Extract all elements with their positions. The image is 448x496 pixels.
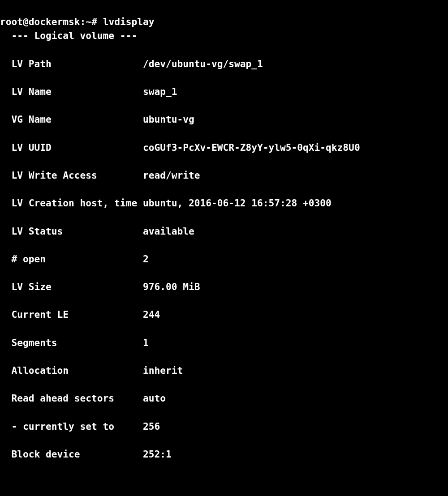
field-label: Allocation (0, 365, 143, 376)
lv-field: LV Creation host, time ubuntu, 2016-06-1… (0, 196, 448, 210)
blank-line (0, 475, 448, 489)
field-value: 252:1 (143, 449, 172, 460)
field-label: LV Write Access (0, 170, 143, 181)
lv-field: LV UUID coGUf3-PcXv-EWCR-Z8yY-ylw5-0qXi-… (0, 141, 448, 154)
terminal-output[interactable]: root@dockermsk:~# lvdisplay --- Logical … (0, 0, 448, 496)
field-label: LV UUID (0, 142, 143, 153)
field-value: 2 (143, 253, 149, 265)
field-label: LV Path (0, 58, 143, 69)
field-label: Current LE (0, 309, 143, 320)
lv-field: LV Status available (0, 224, 448, 238)
lv-field: Read ahead sectors auto (0, 391, 448, 405)
prompt-command: lvdisplay (103, 16, 155, 27)
field-label: LV Creation host, time (0, 197, 143, 209)
lv-field: Current LE 244 (0, 308, 448, 321)
field-value: auto (143, 393, 166, 404)
field-label: LV Name (0, 86, 143, 97)
field-value: coGUf3-PcXv-EWCR-Z8yY-ylw5-0qXi-qkz8U0 (143, 142, 360, 153)
field-value: 1 (143, 337, 149, 348)
lv-header: --- Logical volume --- (0, 29, 448, 43)
lv-field: LV Size 976.00 MiB (0, 280, 448, 294)
field-value: ubuntu-vg (143, 114, 194, 125)
field-value: available (143, 226, 194, 237)
field-value: ubuntu, 2016-06-12 16:57:28 +0300 (143, 197, 332, 209)
field-value: /dev/ubuntu-vg/swap_1 (143, 58, 263, 69)
field-label: Block device (0, 449, 143, 460)
lv-field: LV Write Access read/write (0, 168, 448, 182)
shell-prompt: root@dockermsk:~# lvdisplay (0, 16, 154, 27)
field-value: 244 (143, 309, 160, 320)
prompt-cwd: ~ (86, 16, 91, 27)
field-value: read/write (143, 170, 200, 181)
field-label: # open (0, 253, 143, 265)
lv-field: VG Name ubuntu-vg (0, 112, 448, 126)
field-label: VG Name (0, 114, 143, 125)
lv-field: LV Name swap_1 (0, 85, 448, 98)
lv-field: Block device 252:1 (0, 447, 448, 461)
prompt-user-host: root@dockermsk (0, 16, 80, 27)
lv-field: - currently set to 256 (0, 419, 448, 433)
lv-field: Segments 1 (0, 336, 448, 350)
field-value: inherit (143, 365, 183, 376)
field-label: Read ahead sectors (0, 393, 143, 404)
field-label: LV Status (0, 226, 143, 237)
field-value: swap_1 (143, 86, 177, 97)
lv-field: LV Path /dev/ubuntu-vg/swap_1 (0, 57, 448, 71)
lv-field: # open 2 (0, 252, 448, 266)
field-value: 256 (143, 421, 160, 432)
lv-field: Allocation inherit (0, 363, 448, 377)
field-label: LV Size (0, 281, 143, 292)
prompt-symbol: # (91, 16, 97, 27)
field-label: Segments (0, 337, 143, 348)
field-label: - currently set to (0, 421, 143, 432)
field-value: 976.00 MiB (143, 281, 200, 292)
